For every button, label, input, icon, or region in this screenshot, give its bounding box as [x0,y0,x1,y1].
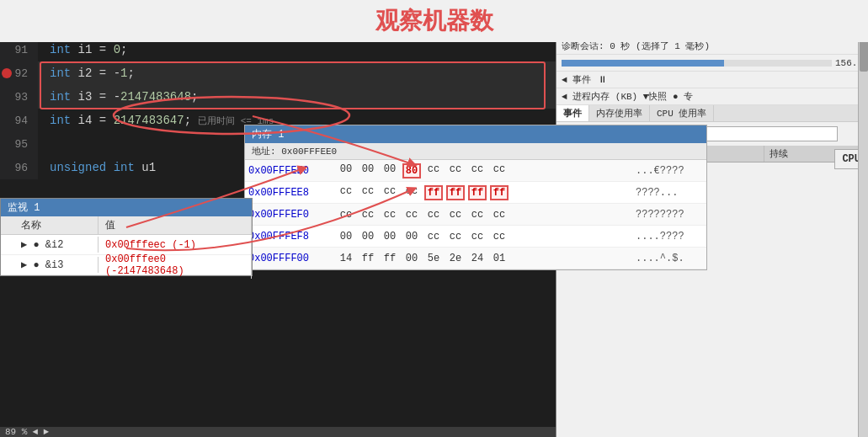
diag-tabs: 事件 内存使用率 CPU 使用率 [556,105,868,122]
mem-bytes-3: 00000000cccccccc [337,231,629,242]
watch-value-1: 0x00fffee0 (-2147483648) [99,252,252,279]
mem-byte-0-5: cc [446,163,465,179]
mem-byte-2-2: cc [381,209,399,221]
mem-byte-3-6: cc [468,231,487,242]
mem-byte-4-5: 2e [446,253,465,264]
tab-memory-usage[interactable]: 内存使用率 [589,105,650,121]
mem-bytes-4: 14ffff005e2e2401 [337,253,629,264]
scroll-arrows[interactable]: ◄ ► [32,427,49,437]
mem-byte-1-6: ff [468,185,487,200]
mem-addr-4: 0x00FFFF00 [248,253,337,264]
mem-byte-3-3: 00 [402,231,421,242]
mem-byte-1-4: ff [424,185,443,200]
watch-value-0: 0x00fffeec (-1) [99,237,252,253]
tab-events[interactable]: 事件 [556,105,589,121]
code-scroll-bar[interactable]: 89 % ◄ ► [0,427,556,437]
mem-byte-2-7: cc [490,209,509,221]
mem-addr-0: 0x00FFFEE0 [248,165,337,177]
mem-byte-2-1: cc [359,209,377,221]
line-number-96: 96 [0,156,38,179]
mem-bytes-0: 00000080cccccccc [337,163,629,179]
mem-byte-0-6: cc [468,163,487,179]
memory-panel: 内存 1 地址: 0x00FFFEE0 0x00FFFEE000000080cc… [244,125,707,270]
memory-row-1: 0x00FFFEE8ccccccccffffffff????... [245,182,706,204]
pause-icon[interactable]: ⏸ [598,74,607,85]
mem-byte-1-7: ff [490,185,509,200]
mem-byte-2-3: cc [402,209,421,221]
mem-byte-1-1: cc [359,185,377,200]
progress-bar [562,60,832,67]
watch-rows-container: ▶ ● &i20x00fffeec (-1)▶ ● &i30x00fffee0 … [1,235,252,275]
mem-byte-3-2: 00 [381,231,399,242]
mem-ascii-3: ....???? [636,231,703,242]
memory-row-3: 0x00FFFEF800000000cccccccc....???? [245,226,706,248]
watch-panel: 监视 1 名称 值 ▶ ● &i20x00fffeec (-1)▶ ● &i30… [0,198,253,276]
mem-byte-4-1: ff [359,253,377,264]
memory-address-header: 地址: 0x00FFFEE0 [245,143,706,160]
line-number-95: 95 [0,132,38,156]
mem-byte-2-4: cc [424,209,443,221]
line-number-94: 94 [0,109,38,132]
watch-expand-spacer [1,216,14,234]
mem-byte-4-0: 14 [337,253,355,264]
mem-byte-3-1: 00 [359,231,377,242]
mem-byte-1-3: cc [402,185,421,200]
mem-byte-0-1: 00 [359,163,377,179]
line-content-91: int i1 = 0; [38,43,127,56]
mem-byte-4-2: ff [381,253,399,264]
events-label: ◄ 事件 [562,73,591,86]
mem-byte-1-2: cc [381,185,399,200]
mem-byte-3-0: 00 [337,231,355,242]
mem-byte-1-0: cc [337,185,355,200]
memory-rows-container: 0x00FFFEE000000080cccccccc...€????0x00FF… [245,160,706,269]
zoom-level: 89 % [0,427,32,437]
memory-row-0: 0x00FFFEE000000080cccccccc...€???? [245,160,706,182]
mem-addr-2: 0x00FFFEF0 [248,209,337,221]
mem-bytes-2: cccccccccccccccc [337,209,629,221]
memory-section-label: ◄ 进程内存 (KB) ▼快照 ● 专 [562,90,693,103]
diag-memory-section: ◄ 进程内存 (KB) ▼快照 ● 专 [556,88,868,105]
watch-name-0: ▶ ● &i2 [14,237,99,253]
memory-panel-title: 内存 1 [245,125,706,143]
mem-byte-1-5: ff [446,185,465,200]
mem-byte-4-6: 24 [468,253,487,264]
mem-byte-3-4: cc [424,231,443,242]
mem-byte-2-6: cc [468,209,487,221]
mem-bytes-1: ccccccccffffffff [337,185,629,200]
mem-byte-3-5: cc [446,231,465,242]
mem-ascii-4: ....^.$. [636,253,703,264]
mem-ascii-1: ????... [636,187,703,199]
mem-ascii-2: ???????? [636,209,703,221]
mem-addr-3: 0x00FFFEF8 [248,231,337,242]
progress-fill [562,60,724,67]
mem-byte-4-3: 00 [402,253,421,264]
mem-ascii-0: ...€???? [636,165,703,177]
mem-byte-4-4: 5e [424,253,443,264]
tab-cpu-usage[interactable]: CPU 使用率 [650,105,714,121]
line-content-96: unsigned int u1 [38,161,156,174]
watch-row-1: ▶ ● &i30x00fffee0 (-2147483648) [1,255,252,275]
watch-name-1: ▶ ● &i3 [14,257,99,273]
mem-byte-0-4: cc [424,163,443,179]
diag-progress-row: 156.8 [556,55,868,72]
mem-byte-2-0: cc [337,209,355,221]
mem-byte-0-3: 80 [402,163,421,179]
mem-byte-0-0: 00 [337,163,355,179]
memory-row-2: 0x00FFFEF0cccccccccccccccc???????? [245,204,706,226]
watch-table-header: 名称 值 [1,216,252,235]
mem-byte-4-7: 01 [490,253,509,264]
scroll-thumb[interactable] [860,38,868,72]
scroll-bar-right[interactable] [858,38,868,437]
code-line-93: 93int i3 = -2147483648; [0,85,556,109]
line-number-93: 93 [0,85,38,109]
watch-col-name: 名称 [14,216,99,234]
diag-events-section: ◄ 事件 ⏸ [556,72,868,88]
watch-panel-title: 监视 1 [1,199,252,216]
mem-byte-2-5: cc [446,209,465,221]
code-line-92: 92int i2 = -1; [0,61,556,85]
line-content-92: int i2 = -1; [38,67,135,80]
mem-byte-3-7: cc [490,231,509,242]
watch-col-value: 值 [99,216,252,234]
line-content-94: int i4 = 2147483647;已用时间 <= 1ms [38,114,274,127]
line-content-93: int i3 = -2147483648; [38,90,198,104]
